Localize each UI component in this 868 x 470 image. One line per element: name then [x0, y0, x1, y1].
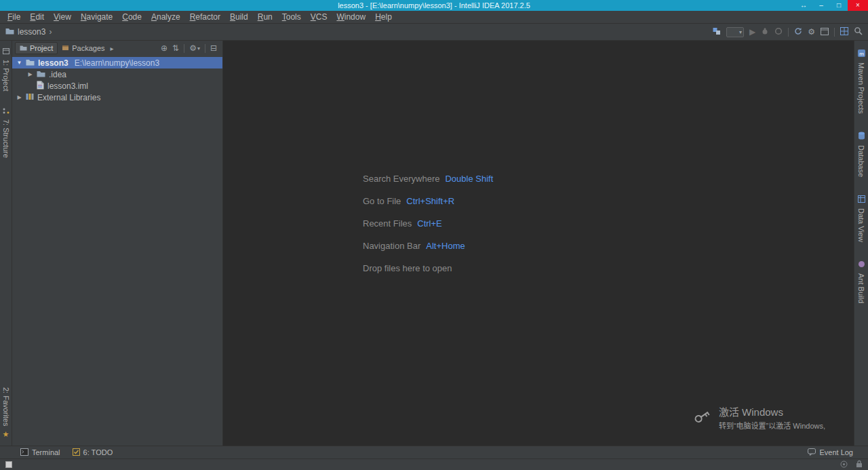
menu-run[interactable]: Run [253, 12, 277, 22]
toolwindow-button-maven[interactable]: m Maven Projects [857, 47, 865, 114]
menu-help[interactable]: Help [370, 12, 397, 22]
terminal-icon [20, 448, 28, 457]
toolbar-separator [788, 28, 789, 37]
menu-file[interactable]: File [3, 12, 25, 22]
packages-tab-icon [62, 44, 69, 52]
shortcut-action: Recent Files [363, 218, 412, 229]
header-separator [184, 44, 184, 53]
shortcut-line: Recent FilesCtrl+E [363, 217, 493, 231]
collapse-all-icon[interactable]: ⇅ [172, 44, 179, 52]
settings-gear-icon[interactable]: ⚙ [808, 28, 815, 36]
grid-icon[interactable] [840, 26, 848, 38]
project-tab-icon [20, 44, 27, 52]
tree-row-idea-folder[interactable]: ▶ .idea [12, 68, 222, 80]
module-file-icon [37, 81, 44, 92]
maximize-button[interactable]: □ [830, 0, 848, 11]
close-button[interactable]: × [848, 0, 868, 11]
breadcrumb[interactable]: lesson3 › [5, 27, 52, 37]
left-tool-strip: 1: Project 7: Structure 2: Favorites ★ [0, 41, 12, 446]
toolwindow-button-terminal[interactable]: Terminal [20, 448, 60, 457]
tree-item-label: .idea [49, 70, 66, 79]
menu-navigate[interactable]: Navigate [76, 12, 117, 22]
project-folder-icon [5, 27, 14, 37]
menu-refactor[interactable]: Refactor [185, 12, 225, 22]
menu-build[interactable]: Build [225, 12, 253, 22]
tabs-more-icon[interactable]: ▸ [111, 45, 114, 52]
toolwindow-button-project[interactable]: 1: Project [2, 45, 10, 91]
toolwindow-button-favorites[interactable]: 2: Favorites ★ [2, 387, 10, 439]
shortcut-line: Search EverywhereDouble Shift [363, 172, 493, 186]
toolwindow-label: Event Log [819, 448, 853, 456]
tree-item-label: lesson3.iml [47, 81, 88, 91]
menu-window[interactable]: Window [332, 12, 370, 22]
menu-analyze[interactable]: Analyze [146, 12, 185, 22]
ide-window: lesson3 - [E:\learn\numpy\lesson3] - Int… [0, 0, 868, 470]
drop-files-hint: Drop files here to open [363, 262, 493, 275]
panel-settings-button[interactable]: ⚙ ▾ [189, 44, 200, 52]
window-arrows-icon[interactable]: ↔ [795, 0, 812, 11]
project-structure-icon[interactable] [821, 26, 829, 38]
hide-panel-icon[interactable]: ⊟ [210, 44, 217, 52]
favorites-star-icon: ★ [3, 430, 9, 439]
folder-icon [26, 58, 35, 68]
data-view-icon [858, 193, 865, 205]
folder-icon [37, 70, 45, 79]
project-panel-header: Project Packages ▸ ⊕ ⇅ ⚙ ▾ [12, 41, 222, 56]
menu-edit[interactable]: Edit [25, 12, 49, 22]
lock-icon[interactable] [856, 458, 863, 470]
toolwindow-button-database[interactable]: Database [857, 130, 865, 177]
titlebar: lesson3 - [E:\learn\numpy\lesson3] - Int… [0, 0, 868, 11]
shortcut-action: Go to File [363, 196, 401, 206]
toolwindow-switcher-icon[interactable] [5, 461, 12, 468]
debug-button[interactable] [761, 26, 769, 38]
tab-project[interactable]: Project [15, 42, 58, 54]
minimize-button[interactable]: – [812, 0, 830, 11]
tab-label: Project [30, 44, 53, 52]
toolwindow-button-structure[interactable]: 7: Structure [2, 104, 10, 158]
chevron-down-icon: ▾ [197, 45, 200, 52]
toolwindow-label: Database [857, 145, 865, 177]
tree-row-iml-file[interactable]: lesson3.iml [12, 80, 222, 92]
svg-text:m: m [859, 51, 864, 57]
run-configuration-select[interactable]: ▾ [726, 27, 744, 37]
project-tree: ▼ lesson3 E:\learn\numpy\lesson3 ▶ .idea [12, 56, 222, 103]
tab-label: Packages [72, 44, 104, 52]
shortcut-hints: Search EverywhereDouble Shift Go to File… [363, 172, 493, 275]
tree-row-project-root[interactable]: ▼ lesson3 E:\learn\numpy\lesson3 [12, 57, 222, 68]
menu-tools[interactable]: Tools [277, 12, 306, 22]
toolwindow-button-eventlog[interactable]: Event Log [808, 448, 853, 457]
tree-item-label: External Libraries [37, 93, 100, 102]
hector-icon[interactable] [840, 458, 848, 470]
status-bar [0, 458, 868, 470]
header-separator [205, 44, 205, 53]
run-button[interactable]: ▶ [749, 28, 755, 36]
database-icon [858, 130, 865, 142]
shortcut-line: Go to FileCtrl+Shift+R [363, 195, 493, 208]
todo-icon [73, 448, 80, 457]
watermark-line2: 转到“电脑设置”以激活 Windows, [719, 420, 825, 431]
menu-view[interactable]: View [49, 12, 76, 22]
collapse-arrow-icon[interactable]: ▼ [16, 60, 22, 66]
toolwindow-button-dataview[interactable]: Data View [857, 193, 865, 242]
shortcut-line: Navigation BarAlt+Home [363, 239, 493, 253]
right-tool-strip: m Maven Projects Database Data View [854, 41, 868, 446]
toolwindow-label: 2: Favorites [2, 387, 10, 426]
libraries-icon [26, 93, 34, 102]
toolwindow-button-todo[interactable]: 6: TODO [73, 448, 113, 457]
coverage-button[interactable] [774, 26, 783, 38]
expand-arrow-icon[interactable]: ▶ [27, 71, 33, 77]
tab-packages[interactable]: Packages [58, 43, 108, 54]
run-config-icon[interactable] [713, 26, 721, 38]
toolwindow-button-antbuild[interactable]: Ant Build [857, 258, 865, 303]
menu-vcs[interactable]: VCS [306, 12, 332, 22]
locate-icon[interactable]: ⊕ [161, 44, 167, 52]
update-project-icon[interactable] [794, 26, 802, 38]
tree-item-path: E:\learn\numpy\lesson3 [75, 58, 159, 68]
chevron-right-icon: › [49, 28, 52, 36]
search-everywhere-icon[interactable] [854, 26, 863, 38]
key-icon [692, 406, 712, 429]
expand-arrow-icon[interactable]: ▶ [16, 94, 22, 100]
shortcut-action: Search Everywhere [363, 174, 439, 184]
menu-code[interactable]: Code [117, 12, 146, 22]
tree-row-external-libraries[interactable]: ▶ External Libraries [12, 92, 222, 103]
